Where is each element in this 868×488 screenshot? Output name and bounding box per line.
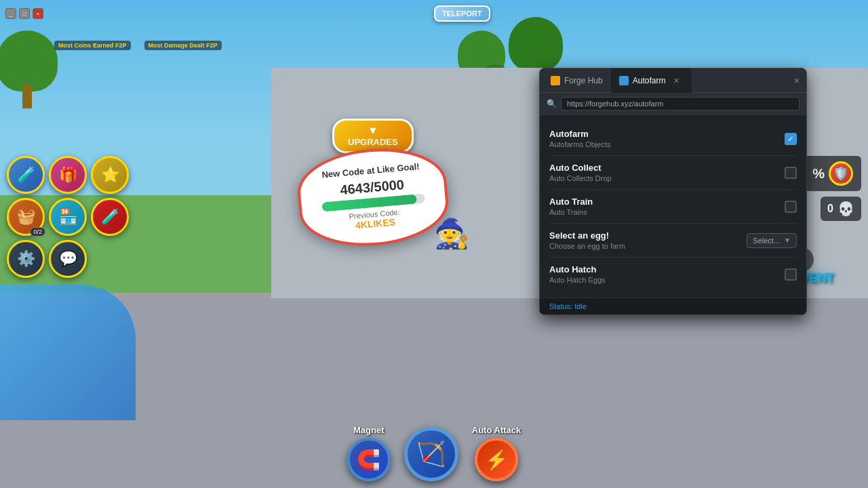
water-area [0,285,136,420]
tab-autofarm[interactable]: Autofarm × [611,68,692,93]
right-hud: % 🛡️ 0 💀 [804,156,861,221]
auto-attack-button[interactable]: ⚡ [475,438,518,481]
sidebar-flask[interactable]: 🧪 [91,198,129,236]
select-egg-title: Select an egg! [549,230,740,241]
autofarm-subtitle: Autofarms Objects [549,140,778,148]
auto-train-subtitle: Auto Trains [549,208,778,216]
select-egg-subtitle: Choose an egg to farm [549,242,740,250]
basket-badge: 0/2 [30,227,45,237]
win-minimize[interactable]: _ [5,8,16,19]
main-character: 🧙 [434,217,469,250]
panel-status: Status: Idle [540,298,806,314]
sidebar-row-1: 🧪 🎁 ⭐ [7,156,129,194]
tree-decoration [7,54,47,108]
tab-autofarm-label: Autofarm [633,76,666,85]
forge-panel: Forge Hub Autofarm × × 🔍 https://forgehu… [539,68,807,315]
coins-value: 0 [827,203,833,215]
sidebar-basket[interactable]: 🧺 0/2 [7,198,45,236]
lightning-icon: ⚡ [485,449,509,471]
auto-collect-title: Auto Collect [549,163,778,173]
center-skill-button[interactable]: 🏹 [404,427,458,481]
select-egg-dropdown[interactable]: Select... ▼ [747,233,797,248]
sidebar-gift[interactable]: 🎁 [49,156,87,194]
autofarm-text: Autofarm Autofarms Objects [549,129,778,148]
upgrades-button[interactable]: ▼ UPGRADES [332,119,414,153]
select-egg-label: Select... [753,237,780,245]
panel-close-button[interactable]: × [790,73,804,89]
autofarm-checkbox[interactable] [785,133,797,145]
magnet-label: Magnet [353,425,384,435]
forge-hub-icon [551,76,560,85]
teleport-button[interactable]: TELEPORT [434,5,490,22]
earned-labels: Most Coins Earned F2P Most Damage Dealt … [54,41,222,50]
auto-hatch-subtitle: Auto Hatch Eggs [549,276,778,284]
panel-item-auto-hatch: Auto Hatch Auto Hatch Eggs [549,258,797,291]
upgrades-label: UPGRADES [348,137,398,147]
earned-label-damage: Most Damage Dealt F2P [144,41,222,50]
win-maximize[interactable]: □ [19,8,30,19]
win-close[interactable]: × [33,8,43,19]
left-sidebar: 🧪 🎁 ⭐ 🧺 0/2 🏪 🧪 ⚙️ 💬 [7,156,129,278]
auto-collect-checkbox[interactable] [785,167,797,179]
tab-close-autofarm[interactable]: × [669,73,683,89]
auto-collect-subtitle: Auto Collects Drop [549,174,778,182]
upgrades-arrow: ▼ [348,125,398,137]
bow-icon: 🏹 [416,440,446,468]
percent-display: % 🛡️ [804,156,861,191]
skull-icon: 💀 [837,201,854,217]
autofarm-title: Autofarm [549,129,778,139]
address-search-icon: 🔍 [547,99,557,108]
earned-label-coins: Most Coins Earned F2P [54,41,131,50]
bottom-hud: Magnet 🧲 🏹 Auto Attack ⚡ [0,407,868,488]
autofarm-tab-icon [619,76,629,85]
percent-value: % [812,166,825,182]
panel-item-auto-train: Auto Train Auto Trains [549,190,797,224]
panel-item-select-egg: Select an egg! Choose an egg to farm Sel… [549,224,797,258]
auto-train-checkbox[interactable] [785,201,797,213]
magnet-button[interactable]: 🧲 [347,438,391,481]
auto-hatch-title: Auto Hatch [549,264,778,274]
auto-train-title: Auto Train [549,197,778,207]
sidebar-star[interactable]: ⭐ [91,156,129,194]
sidebar-row-3: ⚙️ 💬 [7,240,129,278]
auto-train-text: Auto Train Auto Trains [549,197,778,216]
auto-hatch-checkbox[interactable] [785,268,797,281]
auto-hatch-text: Auto Hatch Auto Hatch Eggs [549,264,778,284]
sidebar-chat[interactable]: 💬 [49,240,87,278]
panel-address-bar: 🔍 https://forgehub.xyz/autofarm [540,93,806,115]
coins-display: 0 💀 [821,197,861,221]
auto-attack-label: Auto Attack [472,425,521,435]
auto-attack-skill: Auto Attack ⚡ [472,425,521,481]
magnet-skill: Magnet 🧲 [347,425,391,481]
sidebar-row-2: 🧺 0/2 🏪 🧪 [7,198,129,236]
sidebar-potion[interactable]: 🧪 [7,156,45,194]
chevron-down-icon: ▼ [784,237,791,244]
panel-item-auto-collect: Auto Collect Auto Collects Drop [549,156,797,190]
auto-collect-text: Auto Collect Auto Collects Drop [549,163,778,182]
tab-forge-hub-label: Forge Hub [564,76,603,85]
panel-content: Autofarm Autofarms Objects Auto Collect … [540,115,806,298]
center-skill: 🏹 [404,427,458,481]
select-egg-text: Select an egg! Choose an egg to farm [549,230,740,250]
sidebar-settings[interactable]: ⚙️ [7,240,45,278]
tab-forge-hub[interactable]: Forge Hub [542,72,611,89]
address-input[interactable]: https://forgehub.xyz/autofarm [561,97,800,110]
window-controls: _ □ × [5,8,43,19]
shield-icon: 🛡️ [829,161,853,186]
panel-tabs: Forge Hub Autofarm × × [540,68,806,93]
magnet-icon: 🧲 [357,449,380,471]
panel-item-autofarm: Autofarm Autofarms Objects [549,122,797,156]
sidebar-shop[interactable]: 🏪 [49,198,87,236]
